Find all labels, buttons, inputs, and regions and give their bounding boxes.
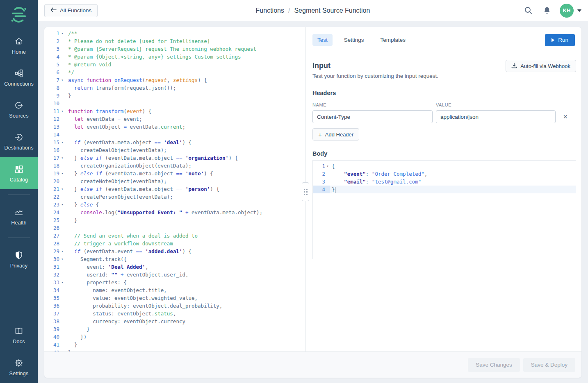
fold-caret-icon[interactable]: ▾ xyxy=(59,201,65,208)
code-line[interactable]: 12 let eventData = event; xyxy=(44,115,305,123)
fold-slot xyxy=(59,61,65,68)
code-line[interactable]: 15▾ if (eventData.meta.object == 'deal')… xyxy=(44,138,305,146)
code-line[interactable]: 27 // Send an event when a deal is added… xyxy=(44,232,305,240)
code-line[interactable]: 1▾{ xyxy=(313,162,576,170)
fold-caret-icon[interactable]: ▾ xyxy=(59,154,65,162)
fold-caret-icon[interactable]: ▾ xyxy=(59,170,65,177)
line-number: 23 xyxy=(44,201,59,208)
sidebar-item-settings[interactable]: Settings xyxy=(0,351,38,383)
fold-caret-icon[interactable]: ▾ xyxy=(59,255,65,263)
code-line[interactable]: 29▾ if (eventData.event == 'added.deal')… xyxy=(44,247,305,255)
add-header-button[interactable]: + Add Header xyxy=(312,128,359,141)
code-line[interactable]: 28 // trigger a workflow downstream xyxy=(44,240,305,247)
fold-caret-icon[interactable]: ▾ xyxy=(59,279,65,286)
code-line[interactable]: 37 status: eventObject.status, xyxy=(44,310,305,317)
code-line[interactable]: 10 xyxy=(44,100,305,107)
run-button[interactable]: Run xyxy=(545,34,575,46)
code-line[interactable]: 1▾/** xyxy=(44,29,305,37)
text-cursor xyxy=(335,187,335,193)
code-line[interactable]: 42} xyxy=(44,349,305,351)
resize-handle[interactable] xyxy=(302,182,309,201)
code-line[interactable]: 39 } xyxy=(44,325,305,333)
line-gutter: 35 xyxy=(44,294,65,302)
remove-header-close-icon[interactable]: ✕ xyxy=(563,114,568,120)
code-line[interactable]: 13 let eventObject = eventData.current; xyxy=(44,123,305,131)
line-number: 21 xyxy=(44,185,59,193)
code-editor[interactable]: 1▾/**2* Please do not delete [used for I… xyxy=(44,27,305,351)
code-line[interactable]: 26 xyxy=(44,224,305,232)
code-line[interactable]: 23▾ } else { xyxy=(44,201,305,208)
line-content: value: eventObject.weighted_value, xyxy=(68,294,198,302)
save-deploy-button[interactable]: Save & Deploy xyxy=(523,358,575,372)
sidebar-item-catalog[interactable]: Catalog xyxy=(0,157,38,189)
segment-logo[interactable] xyxy=(0,0,38,29)
code-line[interactable]: 40 }) xyxy=(44,333,305,341)
sidebar-item-docs[interactable]: Docs xyxy=(0,319,38,351)
save-changes-button[interactable]: Save Changes xyxy=(468,358,520,372)
code-line[interactable]: 38 currency: eventObject.currency xyxy=(44,317,305,325)
code-line[interactable]: 20 createNoteObject(eventData); xyxy=(44,177,305,185)
code-line[interactable]: 3 "email": "test@gmail.com" xyxy=(313,178,576,186)
line-gutter: 1▾ xyxy=(44,29,65,37)
fold-caret-icon[interactable]: ▾ xyxy=(59,138,65,146)
code-line[interactable]: 3* @param {ServerRequest} request The in… xyxy=(44,45,305,53)
code-line[interactable]: 4* @param {Object.<string, any>} setting… xyxy=(44,53,305,61)
tab-test[interactable]: Test xyxy=(312,34,333,46)
sidebar-item-connections[interactable]: Connections xyxy=(0,61,38,93)
fold-caret-icon[interactable]: ▾ xyxy=(59,247,65,255)
sidebar-item-privacy[interactable]: Privacy xyxy=(0,243,38,275)
autofill-webhook-button[interactable]: Auto-fill via Webhook xyxy=(506,60,576,72)
fold-caret-icon[interactable]: ▾ xyxy=(59,29,65,37)
sidebar-item-sources[interactable]: Sources xyxy=(0,93,38,125)
sidebar-item-health[interactable]: Health xyxy=(0,200,38,232)
breadcrumb-parent[interactable]: Functions xyxy=(256,7,284,14)
code-line[interactable]: 32 userId: "" + eventObject.user_id, xyxy=(44,271,305,279)
code-line[interactable]: 11▾function transform(event) { xyxy=(44,107,305,115)
code-line[interactable]: 33▾ properties: { xyxy=(44,279,305,286)
search-icon[interactable] xyxy=(521,4,535,18)
sidebar-item-home[interactable]: Home xyxy=(0,29,38,61)
code-line[interactable]: 19▾ } else if (eventData.meta.object == … xyxy=(44,170,305,177)
all-functions-button[interactable]: All Functions xyxy=(44,4,98,17)
tab-settings[interactable]: Settings xyxy=(339,34,369,46)
code-line[interactable]: 6*/ xyxy=(44,68,305,76)
fold-caret-icon[interactable]: ▾ xyxy=(325,162,330,170)
header-value-input[interactable] xyxy=(436,110,556,123)
sidebar-item-label: Destinations xyxy=(4,145,33,151)
code-line[interactable]: 31 event: 'Deal Added', xyxy=(44,263,305,271)
code-line[interactable]: 34 name: eventObject.title, xyxy=(44,286,305,294)
code-line[interactable]: 5* @return void xyxy=(44,61,305,68)
code-line[interactable]: 9} xyxy=(44,92,305,100)
line-number: 40 xyxy=(44,333,59,341)
code-line[interactable]: 2 "event": "Order Completed", xyxy=(313,170,576,178)
code-line[interactable]: 16 createDealObject(eventData); xyxy=(44,146,305,154)
chevron-down-icon[interactable] xyxy=(577,9,581,12)
code-line[interactable]: 41 } xyxy=(44,341,305,349)
code-line[interactable]: 25 } xyxy=(44,216,305,224)
code-line[interactable]: 14 xyxy=(44,131,305,138)
code-line[interactable]: 22 createPersonObject(eventData); xyxy=(44,193,305,201)
code-line[interactable]: 17▾ } else if (eventData.meta.object == … xyxy=(44,154,305,162)
header-name-input[interactable] xyxy=(312,110,433,123)
tab-templates[interactable]: Templates xyxy=(376,34,411,46)
notifications-bell-icon[interactable] xyxy=(540,4,554,18)
code-line[interactable]: 18 createOrganizationObject(eventData); xyxy=(44,162,305,170)
code-line[interactable]: 35 value: eventObject.weighted_value, xyxy=(44,294,305,302)
fold-caret-icon[interactable]: ▾ xyxy=(59,107,65,115)
sidebar-item-destinations[interactable]: Destinations xyxy=(0,125,38,157)
fold-caret-icon[interactable]: ▾ xyxy=(59,185,65,193)
code-line[interactable]: 21▾ } else if (eventData.meta.object == … xyxy=(44,185,305,193)
code-line[interactable]: 30▾ Segment.track({ xyxy=(44,255,305,263)
code-line[interactable]: 4} xyxy=(313,186,576,193)
code-line[interactable]: 8 return transform(request.json()); xyxy=(44,84,305,92)
code-line[interactable]: 7▾async function onRequest(request, sett… xyxy=(44,76,305,84)
fold-slot xyxy=(59,131,65,138)
code-line[interactable]: 24 console.log("Unsupported Event: " + e… xyxy=(44,208,305,216)
fold-caret-icon[interactable]: ▾ xyxy=(59,76,65,84)
code-line[interactable]: 36 probability: eventObject.deal_probabi… xyxy=(44,302,305,310)
avatar[interactable]: KH xyxy=(560,4,574,18)
line-gutter: 39 xyxy=(44,325,65,333)
code-line[interactable]: 2* Please do not delete [used for Intell… xyxy=(44,37,305,45)
body-json-editor[interactable]: 1▾{2 "event": "Order Completed",3 "email… xyxy=(312,160,576,259)
line-gutter: 42 xyxy=(44,349,65,351)
